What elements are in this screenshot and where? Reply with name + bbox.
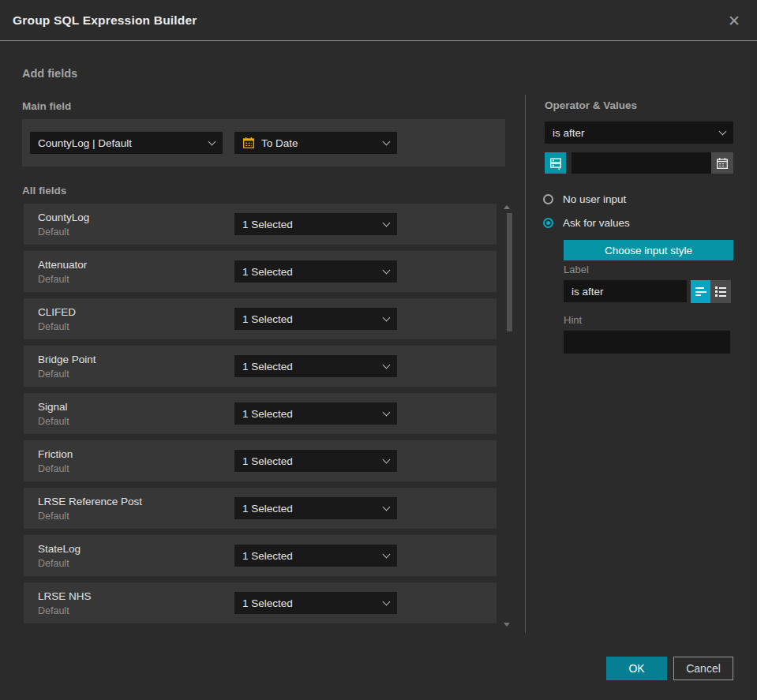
field-source: Default	[38, 511, 69, 522]
date-field-select[interactable]: To Date	[234, 132, 397, 154]
radio-no-user-input-label: No user input	[563, 193, 626, 205]
chevron-down-icon	[383, 219, 391, 226]
ok-button[interactable]: OK	[606, 657, 667, 680]
scroll-down-icon[interactable]	[504, 623, 510, 627]
chevron-down-icon	[719, 127, 727, 135]
list-input-style-button[interactable]	[710, 280, 731, 303]
field-name: Friction	[38, 448, 73, 460]
operator-values-heading: Operator & Values	[545, 99, 637, 111]
calendar-icon	[242, 137, 255, 149]
calendar-icon	[716, 157, 729, 170]
close-icon[interactable]: ✕	[721, 0, 748, 41]
hint-field-label: Hint	[564, 314, 582, 326]
field-name: Signal	[38, 401, 68, 413]
operator-select[interactable]: is after	[545, 122, 733, 144]
field-selection-dropdown[interactable]: 1 Selected	[234, 592, 397, 614]
field-selection-value: 1 Selected	[242, 313, 293, 325]
bulleted-list-icon	[715, 286, 727, 297]
value-source-button[interactable]	[545, 152, 566, 174]
scrollbar-thumb[interactable]	[507, 213, 512, 331]
text-input-style-button[interactable]	[691, 280, 710, 303]
field-row: Signal Default 1 Selected	[24, 393, 497, 434]
field-selection-value: 1 Selected	[242, 361, 293, 372]
field-source: Default	[38, 369, 69, 380]
main-field-label: Main field	[22, 100, 71, 112]
field-name: CLIFED	[38, 306, 76, 318]
field-source: Default	[38, 226, 69, 238]
field-name: CountyLog	[38, 211, 89, 223]
all-fields-label: All fields	[22, 185, 66, 197]
field-row: StateLog Default 1 Selected	[24, 535, 497, 576]
radio-ask-for-values[interactable]: Ask for values	[543, 217, 630, 229]
date-value-input[interactable]	[571, 152, 711, 174]
field-row: LRSE Reference Post Default 1 Selected	[24, 488, 497, 529]
field-source: Default	[38, 274, 69, 285]
field-selection-value: 1 Selected	[242, 408, 293, 420]
field-selection-value: 1 Selected	[242, 597, 293, 609]
field-name: Bridge Point	[38, 354, 96, 365]
field-source: Default	[38, 558, 69, 569]
radio-no-user-input[interactable]: No user input	[543, 193, 626, 205]
field-selection-dropdown[interactable]: 1 Selected	[234, 497, 397, 519]
panel-divider	[525, 95, 526, 633]
hint-input[interactable]	[564, 331, 730, 354]
field-selection-value: 1 Selected	[242, 503, 293, 515]
dialog-title: Group SQL Expression Builder	[13, 13, 197, 28]
field-selection-dropdown[interactable]: 1 Selected	[234, 450, 397, 472]
scroll-up-icon[interactable]	[504, 205, 510, 209]
field-selection-dropdown[interactable]: 1 Selected	[234, 260, 397, 283]
field-row: LRSE NHS Default 1 Selected	[24, 582, 497, 623]
radio-icon[interactable]	[543, 194, 553, 204]
all-fields-list: CountyLog Default 1 Selected Attenuator …	[24, 204, 497, 626]
radio-ask-for-values-label: Ask for values	[563, 217, 630, 229]
chevron-down-icon	[383, 597, 391, 605]
field-source: Default	[38, 463, 69, 474]
field-name: LRSE NHS	[38, 590, 92, 602]
main-field-panel: CountyLog | Default To Date	[22, 119, 505, 167]
chevron-down-icon	[383, 361, 391, 369]
field-selection-dropdown[interactable]: 1 Selected	[234, 402, 397, 425]
main-field-select-value: CountyLog | Default	[38, 137, 132, 149]
chevron-down-icon	[383, 266, 391, 274]
radio-icon[interactable]	[543, 218, 553, 228]
field-row: Bridge Point Default 1 Selected	[24, 346, 497, 387]
choose-input-style-button[interactable]: Choose input style	[564, 240, 733, 260]
list-scrollbar[interactable]	[500, 202, 514, 628]
chevron-down-icon	[208, 137, 216, 145]
chevron-down-icon	[383, 408, 391, 416]
field-row: CLIFED Default 1 Selected	[24, 298, 497, 339]
main-field-select[interactable]: CountyLog | Default	[30, 132, 223, 154]
field-selection-value: 1 Selected	[242, 455, 293, 467]
label-field-label: Label	[564, 264, 589, 275]
field-name: StateLog	[38, 543, 81, 555]
operator-select-value: is after	[553, 127, 585, 139]
field-row: Friction Default 1 Selected	[24, 440, 497, 481]
dialog-titlebar: Group SQL Expression Builder ✕	[0, 0, 757, 41]
group-sql-expression-builder-dialog: Group SQL Expression Builder ✕ Add field…	[0, 0, 757, 700]
field-selection-value: 1 Selected	[242, 219, 293, 230]
chevron-down-icon	[383, 455, 391, 463]
field-name: Attenuator	[38, 259, 87, 271]
add-fields-heading: Add fields	[22, 67, 77, 80]
field-name: LRSE Reference Post	[38, 496, 142, 507]
field-source: Default	[38, 605, 69, 616]
field-selection-value: 1 Selected	[242, 550, 293, 562]
label-input[interactable]	[564, 280, 687, 302]
date-picker-button[interactable]	[711, 152, 733, 174]
field-selection-dropdown[interactable]: 1 Selected	[234, 355, 397, 377]
field-selection-dropdown[interactable]: 1 Selected	[234, 213, 397, 235]
chevron-down-icon	[383, 550, 391, 558]
field-row: CountyLog Default 1 Selected	[24, 204, 497, 245]
date-field-select-value: To Date	[261, 137, 298, 149]
align-left-icon	[695, 287, 706, 296]
chevron-down-icon	[383, 503, 391, 511]
field-selection-dropdown[interactable]: 1 Selected	[234, 545, 397, 567]
field-selection-value: 1 Selected	[242, 266, 293, 278]
chevron-down-icon	[383, 137, 391, 145]
stacked-values-icon	[549, 156, 563, 170]
chevron-down-icon	[383, 313, 391, 321]
field-source: Default	[38, 416, 69, 427]
cancel-button[interactable]: Cancel	[673, 657, 733, 680]
field-selection-dropdown[interactable]: 1 Selected	[234, 308, 397, 330]
field-source: Default	[38, 321, 69, 332]
